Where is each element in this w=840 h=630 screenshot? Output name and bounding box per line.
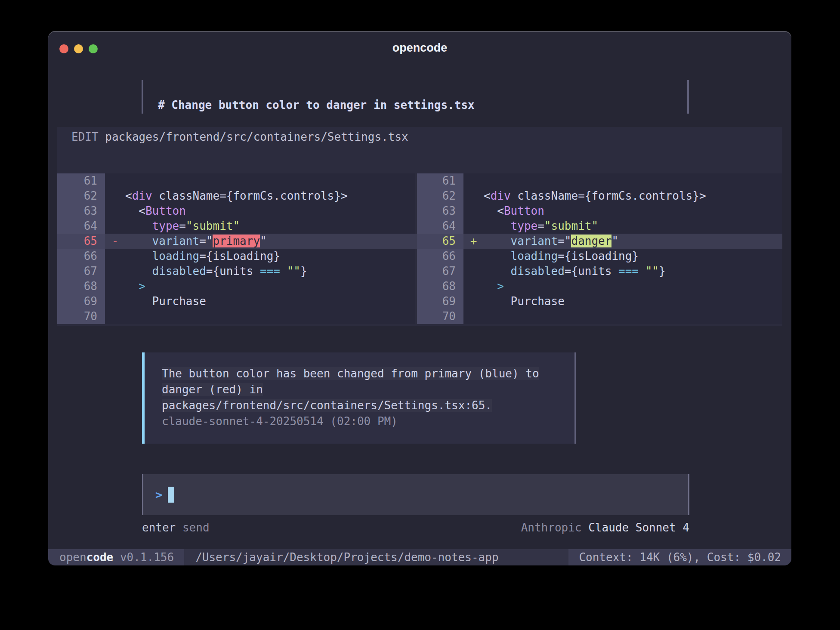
model-indicator[interactable]: Anthropic Claude Sonnet 4: [521, 521, 689, 534]
code-token: {units: [571, 265, 618, 278]
code-line-right: <div className={formCs.controls}>: [463, 188, 782, 204]
diff-view[interactable]: 616162 <div className={formCs.controls}>…: [57, 173, 782, 324]
diff-row: 67 disabled={units === ""}67 disabled={u…: [57, 264, 782, 279]
code-token: "submit": [544, 219, 598, 232]
diff-row: 68 >68 >: [57, 279, 782, 294]
code-token: ": [611, 235, 618, 247]
code-token: [463, 265, 511, 278]
opencode-window: opencode # Change button color to danger…: [48, 31, 791, 565]
code-token: =: [537, 219, 544, 232]
code-line-left: disabled={units === ""}: [105, 264, 415, 279]
code-token: [105, 265, 152, 278]
code-token: Purchase: [152, 295, 206, 308]
line-number-right: 68: [417, 279, 463, 294]
edit-header: EDIT packages/frontend/src/containers/Se…: [71, 130, 408, 145]
code-token: =: [206, 265, 213, 278]
message-text: claude-sonnet-4-20250514 (02:00 PM): [162, 415, 398, 428]
assistant-message: The button color has been changed from p…: [142, 352, 576, 444]
code-line-right: [463, 309, 782, 324]
line-number-right: 62: [417, 188, 463, 204]
code-token: <: [463, 204, 504, 217]
message-meta-line: claude-sonnet-4-20250514 (02:00 PM): [162, 414, 574, 429]
message-text-line: danger (red) in: [162, 382, 574, 398]
model-name: Claude Sonnet 4: [588, 521, 689, 534]
line-number-left: 69: [57, 294, 105, 309]
code-token: <: [105, 189, 132, 202]
code-token: variant: [511, 235, 558, 247]
code-token: [463, 250, 511, 262]
code-line-left: <div className={formCs.controls}>: [105, 188, 415, 204]
code-token: Purchase: [511, 295, 565, 308]
app-version: v0.1.156: [120, 551, 174, 564]
code-token: Button: [145, 204, 186, 217]
code-token: =: [179, 219, 186, 232]
code-token: [280, 265, 287, 278]
code-token: >: [139, 280, 145, 293]
code-token: =: [565, 265, 571, 278]
code-token: "": [287, 265, 300, 278]
quote-right-bar: [687, 80, 689, 114]
code-token: [639, 265, 645, 278]
code-token: =": [558, 235, 571, 247]
message-text: The button color has been changed from p…: [162, 367, 539, 380]
edit-label: EDIT: [71, 130, 99, 143]
code-token: type: [152, 219, 179, 232]
code-token: }: [300, 265, 307, 278]
code-token: className={formCs.controls}>: [511, 189, 706, 202]
code-token: [463, 295, 511, 308]
enter-hint: enter send: [142, 521, 210, 534]
code-token: {units: [213, 265, 260, 278]
line-number-right: 66: [417, 249, 463, 264]
code-token: =": [199, 235, 213, 247]
message-text: packages/frontend/src/containers/Setting…: [162, 399, 492, 412]
line-number-right: 63: [417, 204, 463, 219]
diff-row: 63 <Button63 <Button: [57, 204, 782, 219]
code-line-left: [105, 173, 415, 188]
diff-row: 66 loading={isLoading}66 loading={isLoad…: [57, 249, 782, 264]
code-token: className={formCs.controls}>: [152, 189, 348, 202]
line-number-left: 68: [57, 279, 105, 294]
code-token: variant: [152, 235, 200, 247]
line-number-left: 62: [57, 188, 105, 204]
input-hints: enter send Anthropic Claude Sonnet 4: [142, 521, 689, 534]
code-token: [463, 280, 497, 293]
line-number-right: 65: [417, 234, 463, 249]
diff-row: 69 Purchase69 Purchase: [57, 294, 782, 309]
code-token: >: [497, 280, 504, 293]
quote-left-bar: [142, 80, 143, 114]
code-line-right: >: [463, 279, 782, 294]
code-token: loading: [511, 250, 558, 262]
code-token: <: [105, 204, 145, 217]
code-token: {isLoading}: [565, 250, 639, 262]
line-number-right: 61: [417, 173, 463, 188]
code-token: div: [491, 189, 511, 202]
code-line-right: disabled={units === ""}: [463, 264, 782, 279]
code-token: [463, 235, 470, 247]
edit-file-path: packages/frontend/src/containers/Setting…: [105, 130, 408, 143]
removed-token: primary: [213, 235, 260, 247]
added-token: danger: [571, 235, 611, 247]
code-token: "": [645, 265, 659, 278]
message-text: danger (red) in: [162, 383, 263, 396]
diff-row: 6161: [57, 173, 782, 188]
code-token: {isLoading}: [206, 250, 280, 262]
code-line-right: [463, 173, 782, 188]
context-cost: Context: 14K (6%), Cost: $0.02: [579, 551, 781, 564]
code-token: type: [511, 219, 538, 232]
code-token: =: [558, 250, 565, 262]
diff-row: 64 type="submit"64 type="submit": [57, 219, 782, 234]
line-number-left: 66: [57, 249, 105, 264]
diff-row: 7070: [57, 309, 782, 324]
code-token: Button: [504, 204, 544, 217]
code-token: ": [260, 235, 267, 247]
code-token: [105, 235, 112, 247]
code-token: =: [199, 250, 206, 262]
line-number-left: 67: [57, 264, 105, 279]
code-token: loading: [152, 250, 200, 262]
app-name-open: open: [59, 551, 86, 564]
code-line-left: type="submit": [105, 219, 415, 234]
prompt-chevron: >: [155, 488, 162, 501]
code-line-left: [105, 309, 415, 324]
prompt-input[interactable]: >: [142, 474, 689, 515]
code-line-right: + variant="danger": [463, 234, 782, 249]
